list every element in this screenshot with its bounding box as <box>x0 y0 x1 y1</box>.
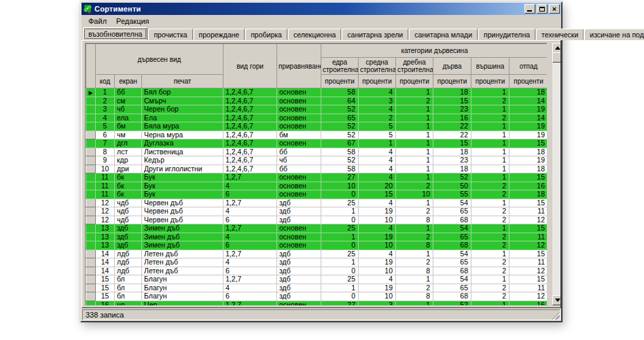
cell-print[interactable]: Летен дъб <box>142 267 223 275</box>
cell-code[interactable]: 3 <box>96 105 115 114</box>
cell-percent[interactable]: 27 <box>321 173 359 182</box>
cell-forest-type[interactable]: 4 <box>223 233 277 241</box>
cell-percent[interactable]: 2 <box>471 190 509 199</box>
cell-print[interactable]: Смърч <box>142 97 223 105</box>
cell-percent[interactable]: 2 <box>471 97 509 105</box>
table-row[interactable]: 13здбЗимен дъб1,2,7основен254154115 <box>86 224 548 233</box>
cell-percent[interactable]: 10 <box>396 190 433 199</box>
tab-2[interactable]: прореждане <box>194 29 245 40</box>
cell-equalization[interactable]: здб <box>277 199 321 207</box>
cell-percent[interactable]: 1 <box>396 122 433 131</box>
cell-equalization[interactable]: основен <box>277 88 321 97</box>
cell-forest-type[interactable]: 1,2,4,6,7 <box>223 122 277 131</box>
cell-percent[interactable]: 1 <box>396 156 433 165</box>
cell-percent[interactable]: 52 <box>433 173 471 182</box>
cell-forest-type[interactable]: 6 <box>223 216 277 224</box>
cell-print[interactable]: Лиственица <box>142 148 223 156</box>
row-selector[interactable]: ▶ <box>86 88 96 97</box>
cell-equalization[interactable]: здб <box>277 267 321 275</box>
table-row[interactable]: 4елаЕла1,2,4,6,7основен652116214 <box>86 114 548 122</box>
table-row[interactable]: 16црЦер1,2,7основен273152116 <box>86 301 548 305</box>
cell-code[interactable]: 4 <box>96 114 115 122</box>
tab-7[interactable]: принудителна <box>478 29 535 40</box>
cell-percent[interactable]: 1 <box>471 250 509 258</box>
cell-percent[interactable]: 5 <box>359 122 396 131</box>
cell-percent[interactable]: 4 <box>359 224 396 233</box>
cell-percent[interactable]: 52 <box>321 156 359 165</box>
cell-percent[interactable]: 8 <box>396 216 433 224</box>
cell-print[interactable]: Бук <box>142 173 223 182</box>
cell-percent[interactable]: 52 <box>321 122 359 131</box>
cell-percent[interactable]: 1 <box>396 165 433 173</box>
table-row[interactable]: 11бкБук6основен0151055218 <box>86 190 548 199</box>
cell-percent[interactable]: 0 <box>321 267 359 275</box>
cell-code[interactable]: 5 <box>96 122 115 131</box>
table-row[interactable]: 8лстЛиственица1,2,4,6,7бб584118118 <box>86 148 548 156</box>
cell-forest-type[interactable]: 6 <box>223 190 277 199</box>
cell-percent[interactable]: 27 <box>321 301 359 305</box>
maximize-button[interactable] <box>537 4 548 14</box>
cell-percent[interactable]: 2 <box>471 284 509 292</box>
table-row[interactable]: 10дриДруги иглолистни1,2,4,6,7бб58411811… <box>86 165 548 173</box>
cell-code[interactable]: 11 <box>96 182 115 190</box>
cell-percent[interactable]: 1 <box>396 199 433 207</box>
cell-screen[interactable]: бб <box>115 88 142 97</box>
table-row[interactable]: 15блБлагун6здб010868212 <box>86 292 548 301</box>
cell-print[interactable]: Благун <box>142 292 223 301</box>
cell-percent[interactable]: 65 <box>433 233 471 241</box>
cell-forest-type[interactable]: 4 <box>223 284 277 292</box>
menu-file[interactable]: Файл <box>84 16 111 26</box>
cell-screen[interactable]: см <box>115 97 142 105</box>
cell-percent[interactable]: 54 <box>433 250 471 258</box>
cell-percent[interactable]: 2 <box>359 114 396 122</box>
close-button[interactable]: × <box>549 4 560 14</box>
cell-percent[interactable]: 15 <box>509 224 547 233</box>
table-row[interactable]: 14лдбЛетен дъб1,2,7здб254154115 <box>86 250 548 258</box>
cell-percent[interactable]: 68 <box>433 292 471 301</box>
tab-3[interactable]: пробирка <box>245 29 287 40</box>
table-row[interactable]: 5бмБяла мура1,2,4,6,7основен525122119 <box>86 122 548 131</box>
tab-4[interactable]: селекционна <box>288 29 341 40</box>
cell-percent[interactable]: 1 <box>471 173 509 182</box>
cell-percent[interactable]: 2 <box>471 292 509 301</box>
cell-percent[interactable]: 68 <box>433 241 471 250</box>
cell-percent[interactable]: 2 <box>396 233 433 241</box>
cell-screen[interactable]: лдб <box>115 250 142 258</box>
row-selector[interactable] <box>86 148 96 156</box>
vertical-scrollbar[interactable] <box>552 43 561 305</box>
cell-percent[interactable]: 19 <box>359 233 396 241</box>
cell-forest-type[interactable]: 1,2,4,6,7 <box>223 88 277 97</box>
cell-print[interactable]: Бяла мура <box>142 122 223 131</box>
cell-percent[interactable]: 4 <box>359 88 396 97</box>
cell-print[interactable]: Благун <box>142 275 223 284</box>
cell-percent[interactable]: 15 <box>359 190 396 199</box>
cell-percent[interactable]: 1 <box>471 301 509 305</box>
cell-percent[interactable]: 2 <box>471 216 509 224</box>
cell-forest-type[interactable]: 1,2,7 <box>223 224 277 233</box>
table-row[interactable]: ▶1ббБял бор1,2,4,6,7основен584118118 <box>86 88 548 97</box>
cell-print[interactable]: Червен дъб <box>142 199 223 207</box>
cell-equalization[interactable]: здб <box>277 292 321 301</box>
cell-percent[interactable]: 1 <box>471 131 509 139</box>
cell-code[interactable]: 12 <box>96 216 115 224</box>
cell-percent[interactable]: 65 <box>433 258 471 267</box>
cell-equalization[interactable]: бб <box>277 165 321 173</box>
cell-percent[interactable]: 22 <box>433 131 471 139</box>
cell-code[interactable]: 6 <box>96 131 115 139</box>
cell-percent[interactable]: 1 <box>471 139 509 148</box>
table-row[interactable]: 12чдбЧервен дъб1,2,7здб254154115 <box>86 199 548 207</box>
cell-code[interactable]: 9 <box>96 156 115 165</box>
table-row[interactable]: 11бкБук1,2,7основен274152115 <box>86 173 548 182</box>
cell-code[interactable]: 10 <box>96 165 115 173</box>
table-row[interactable]: 15блБлагун4здб119265211 <box>86 284 548 292</box>
cell-screen[interactable]: ела <box>115 114 142 122</box>
cell-percent[interactable]: 1 <box>396 114 433 122</box>
cell-percent[interactable]: 16 <box>509 182 547 190</box>
cell-code[interactable]: 11 <box>96 173 115 182</box>
cell-forest-type[interactable]: 1,2,4,6,7 <box>223 156 277 165</box>
cell-percent[interactable]: 1 <box>471 165 509 173</box>
cell-print[interactable]: Зимен дъб <box>142 233 223 241</box>
cell-equalization[interactable]: здб <box>277 258 321 267</box>
cell-equalization[interactable]: основен <box>277 122 321 131</box>
scrollbar-thumb[interactable] <box>552 52 561 63</box>
